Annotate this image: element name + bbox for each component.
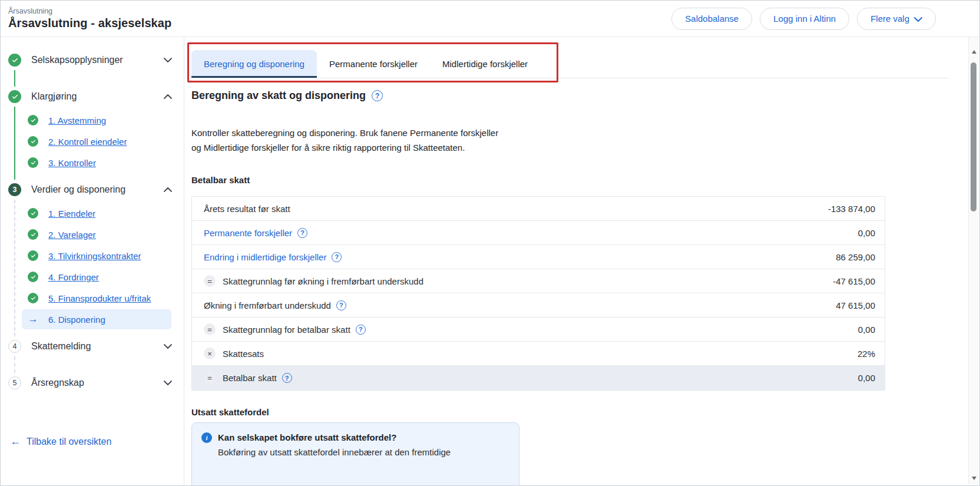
check-circle-icon bbox=[8, 54, 21, 67]
intro-line-1: Kontroller skatteberegning og disponerin… bbox=[191, 128, 498, 138]
sidebar-section-label: Selskapsopplysninger bbox=[31, 55, 164, 65]
scroll-up-button[interactable] bbox=[969, 47, 979, 57]
sidebar-section-selskapsopplysninger[interactable]: Selskapsopplysninger bbox=[8, 52, 176, 68]
infobox-title: Kan selskapet bokføre utsatt skatteforde… bbox=[218, 431, 396, 444]
chevron-down-icon bbox=[914, 17, 922, 22]
check-circle-icon bbox=[28, 250, 38, 261]
header-button-label: Logg inn i Altinn bbox=[773, 14, 836, 24]
step-connector-line bbox=[14, 70, 15, 87]
row-label: Betalbar skatt bbox=[223, 373, 277, 383]
help-icon[interactable]: ? bbox=[332, 252, 342, 262]
row-label-link[interactable]: Permanente forskjeller bbox=[204, 228, 292, 238]
sidebar-item-2-kontroll-eiendeler[interactable]: 2. Kontroll eiendeler bbox=[22, 131, 171, 151]
row-value: 0,00 bbox=[858, 228, 875, 238]
row-label-group: =Skattegrunnlag før økning i fremførbart… bbox=[204, 275, 833, 287]
app-header: Årsavslutning Årsavslutning - aksjeselsk… bbox=[1, 1, 979, 37]
sidebar-item-4-fordringer[interactable]: 4. Fordringer bbox=[22, 267, 171, 287]
table-row-betalbar-skatt: =Betalbar skatt?0,00 bbox=[192, 366, 885, 390]
row-label-group: =Skattegrunnlag for betalbar skatt? bbox=[204, 323, 858, 335]
section-heading-text: Beregning av skatt og disponering bbox=[191, 90, 366, 102]
back-to-overview-link[interactable]: ← Tilbake til oversikten bbox=[10, 435, 111, 448]
table-row-skattegrunnlag-f-r-kning-i-fremf-rbart-underskudd: =Skattegrunnlag før økning i fremførbart… bbox=[192, 269, 885, 293]
sidebar-section-label: Verdier og disponering bbox=[31, 184, 164, 195]
triangle-down-icon bbox=[972, 477, 976, 480]
sidebar-item-label: 1. Eiendeler bbox=[48, 209, 95, 219]
check-circle-icon bbox=[28, 157, 38, 168]
scroll-down-button[interactable] bbox=[969, 473, 979, 484]
help-icon[interactable]: ? bbox=[336, 300, 346, 310]
table-row-kning-i-fremf-rbart-underskudd: Økning i fremførbart underskudd?47 615,0… bbox=[192, 293, 885, 318]
chevron-up-icon bbox=[164, 94, 172, 99]
help-icon[interactable]: ? bbox=[356, 325, 366, 335]
row-label: Økning i fremførbart underskudd bbox=[204, 300, 331, 310]
chevron-down-icon bbox=[164, 344, 172, 349]
row-label-link[interactable]: Endring i midlertidige forskjeller bbox=[204, 252, 326, 262]
tab-midlertidige-forskjeller[interactable]: Midlertidige forskjeller bbox=[430, 50, 540, 78]
chevron-up-icon bbox=[164, 187, 172, 192]
row-label-group: =Betalbar skatt? bbox=[204, 372, 858, 384]
check-circle-icon bbox=[28, 136, 38, 147]
check-circle-icon bbox=[28, 115, 38, 125]
tab-permanente-forskjeller[interactable]: Permanente forskjeller bbox=[317, 50, 430, 78]
sidebar-item-5-finansprodukter-u-fritak[interactable]: 5. Finansprodukter u/fritak bbox=[22, 288, 171, 308]
sidebar-item-2-varelager[interactable]: 2. Varelager bbox=[22, 224, 171, 244]
row-label: Skattegrunnlag for betalbar skatt bbox=[223, 325, 350, 335]
header-button-flere-valg[interactable]: Flere valg bbox=[857, 8, 936, 30]
tab-beregning-og-disponering[interactable]: Beregning og disponering bbox=[191, 50, 317, 78]
back-to-overview-label: Tilbake til oversikten bbox=[27, 437, 111, 447]
row-label-group: Årets resultat før skatt bbox=[204, 204, 828, 214]
arrow-left-icon: ← bbox=[10, 435, 21, 448]
header-button-saldobalanse[interactable]: Saldobalanse bbox=[671, 8, 752, 30]
multiply-operator-badge: × bbox=[204, 348, 216, 359]
section-heading: Beregning av skatt og disponering ? bbox=[191, 90, 383, 102]
help-icon[interactable]: ? bbox=[297, 228, 307, 238]
row-label-group: Permanente forskjeller? bbox=[204, 228, 858, 238]
sidebar-item-label: 2. Kontroll eiendeler bbox=[48, 137, 127, 147]
sidebar-item-6-disponering[interactable]: →6. Disponering bbox=[22, 309, 171, 329]
sidebar-item-label: 3. Kontroller bbox=[48, 158, 96, 168]
check-circle-icon bbox=[28, 272, 38, 282]
table-row-endring-i-midlertidige-forskjeller: Endring i midlertidige forskjeller?86 25… bbox=[192, 245, 885, 269]
sidebar-section-rsregnskap[interactable]: 5Årsregnskap bbox=[8, 375, 176, 391]
step-number-badge: 5 bbox=[8, 376, 21, 389]
section2-title: Utsatt skattefordel bbox=[191, 407, 269, 417]
row-label: Årets resultat før skatt bbox=[204, 204, 290, 214]
row-label-group: Økning i fremførbart underskudd? bbox=[204, 300, 836, 310]
sidebar-item-label: 2. Varelager bbox=[48, 230, 96, 240]
vertical-scrollbar[interactable] bbox=[968, 37, 979, 485]
sidebar-item-3-kontroller[interactable]: 3. Kontroller bbox=[22, 153, 171, 173]
sidebar-section-verdier-og-disponering[interactable]: 3Verdier og disponering bbox=[8, 182, 176, 197]
row-label-group: Endring i midlertidige forskjeller? bbox=[204, 252, 836, 262]
sidebar-section-label: Skattemelding bbox=[31, 341, 164, 352]
table-title: Betalbar skatt bbox=[191, 175, 250, 185]
equals-operator-badge: = bbox=[204, 323, 216, 335]
intro-line-2: og Midlertidige forskjeller for å sikre … bbox=[191, 143, 465, 153]
page-title: Årsavslutning - aksjeselskap bbox=[8, 16, 171, 30]
scrollbar-thumb[interactable] bbox=[971, 62, 976, 211]
sidebar-section-skattemelding[interactable]: 4Skattemelding bbox=[8, 339, 176, 354]
help-icon[interactable]: ? bbox=[372, 90, 383, 101]
sidebar-item-1-eiendeler[interactable]: 1. Eiendeler bbox=[22, 203, 171, 223]
step-connector-line bbox=[14, 200, 15, 336]
check-circle-icon bbox=[28, 208, 38, 219]
tab-bar: Beregning og disponeringPermanente forsk… bbox=[191, 50, 949, 78]
step-number-badge: 3 bbox=[8, 183, 21, 196]
help-icon[interactable]: ? bbox=[282, 373, 292, 383]
table-row-skattegrunnlag-for-betalbar-skatt: =Skattegrunnlag for betalbar skatt?0,00 bbox=[192, 318, 885, 342]
header-button-label: Flere valg bbox=[870, 14, 909, 24]
check-circle-icon bbox=[8, 90, 21, 103]
triangle-up-icon bbox=[972, 50, 976, 54]
sidebar-item-label: 6. Disponering bbox=[48, 315, 105, 325]
sidebar: SelskapsopplysningerKlargjøring1. Avstem… bbox=[1, 37, 184, 485]
sidebar-item-3-tilvirkningskontrakter[interactable]: 3. Tilvirkningskontrakter bbox=[22, 246, 171, 266]
equals-operator-badge: = bbox=[204, 372, 216, 384]
row-label: Skattegrunnlag før økning i fremførbart … bbox=[223, 276, 423, 286]
sidebar-section-klargj-ring[interactable]: Klargjøring bbox=[8, 89, 176, 104]
main-content: Beregning og disponeringPermanente forsk… bbox=[185, 37, 968, 485]
check-circle-icon bbox=[28, 293, 38, 303]
arrow-right-icon: → bbox=[28, 313, 38, 325]
header-button-logg-inn-i-altinn[interactable]: Logg inn i Altinn bbox=[760, 8, 849, 30]
row-value: -47 615,00 bbox=[833, 276, 875, 286]
sidebar-item-1-avstemming[interactable]: 1. Avstemming bbox=[22, 110, 171, 130]
header-button-label: Saldobalanse bbox=[685, 14, 739, 24]
